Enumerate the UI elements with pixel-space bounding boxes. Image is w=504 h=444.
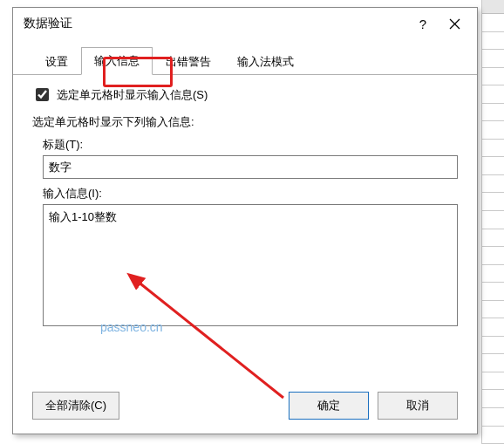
ok-button[interactable]: 确定 xyxy=(289,392,369,420)
dialog-footer: 全部清除(C) 确定 取消 xyxy=(13,383,477,434)
titlebar: 数据验证 ? xyxy=(13,8,477,39)
close-button[interactable] xyxy=(439,11,470,36)
message-textarea[interactable] xyxy=(43,204,458,326)
tab-error-alert[interactable]: 出错警告 xyxy=(153,48,224,75)
tab-input-message[interactable]: 输入信息 xyxy=(81,47,153,75)
dialog-body: 选定单元格时显示输入信息(S) 选定单元格时显示下列输入信息: 标题(T): 输… xyxy=(13,75,477,383)
show-input-message-label: 选定单元格时显示输入信息(S) xyxy=(57,87,208,103)
title-input[interactable] xyxy=(43,155,458,179)
close-icon xyxy=(449,18,460,30)
tab-ime-mode[interactable]: 输入法模式 xyxy=(224,48,307,75)
tab-settings[interactable]: 设置 xyxy=(32,48,81,75)
data-validation-dialog: 数据验证 ? 设置 输入信息 出错警告 输入法模式 选定单元格时显示输入信息(S… xyxy=(12,7,478,434)
dialog-title: 数据验证 xyxy=(24,16,407,31)
clear-all-button[interactable]: 全部清除(C) xyxy=(32,392,119,420)
help-button[interactable]: ? xyxy=(407,11,439,36)
title-field-label: 标题(T): xyxy=(43,137,458,153)
spreadsheet-background xyxy=(481,0,504,444)
watermark-text: passneo.cn xyxy=(100,320,163,334)
show-input-message-checkbox[interactable] xyxy=(36,88,49,101)
section-label: 选定单元格时显示下列输入信息: xyxy=(32,114,458,130)
message-field-label: 输入信息(I): xyxy=(43,186,458,202)
tab-strip: 设置 输入信息 出错警告 输入法模式 xyxy=(13,39,477,75)
cancel-button[interactable]: 取消 xyxy=(378,392,458,420)
column-header xyxy=(482,0,504,14)
